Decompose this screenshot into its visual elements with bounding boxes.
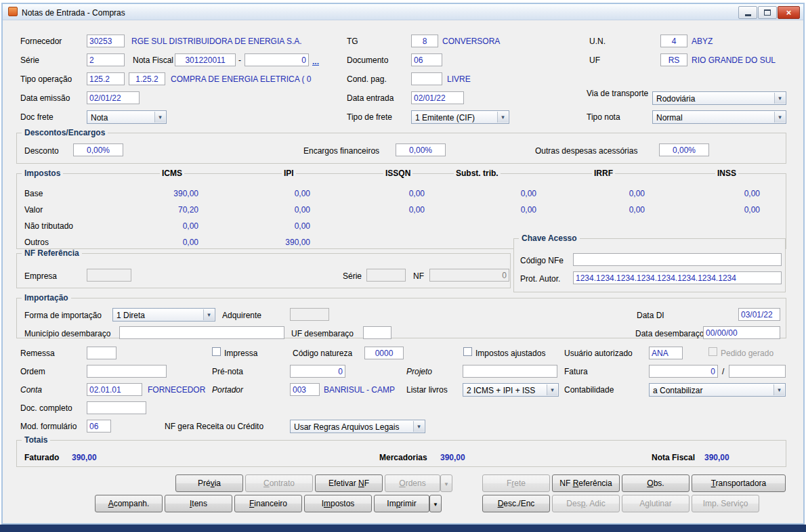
prot-autor-input[interactable] (573, 271, 782, 284)
impostos-col-subst: Subst. trib. (454, 169, 501, 178)
tipo-operacao-input[interactable] (87, 72, 125, 85)
documento-label: Documento (347, 56, 388, 65)
acompanh-button[interactable]: Acompanh. (95, 495, 163, 512)
impressa-checkbox[interactable] (212, 347, 221, 356)
chevron-down-icon: ▾ (774, 93, 785, 104)
maximize-button[interactable] (758, 6, 777, 19)
imprimir-dropdown-button[interactable]: ▼ (429, 495, 442, 512)
importacao-title: Importação (22, 294, 71, 303)
tg-input[interactable] (411, 35, 438, 47)
tipo-frete-select[interactable]: 1 Emitente (CIF)▾ (411, 110, 509, 124)
impostos-outros-ipi: 390,00 (242, 238, 310, 247)
uf-input[interactable] (660, 53, 687, 66)
codigo-natureza-label: Código natureza (293, 349, 352, 358)
impostos-ajustados-checkbox[interactable] (463, 347, 472, 356)
fornecedor-input[interactable] (87, 35, 125, 47)
totais-title: Totais (22, 436, 50, 445)
via-transporte-select[interactable]: Rodoviária▾ (652, 91, 786, 105)
data-desembaraco-input[interactable] (703, 326, 780, 339)
nf-gera-select[interactable]: Usar Regras Arquivos Legais▾ (290, 420, 425, 433)
doc-completo-input[interactable] (87, 401, 146, 414)
previa-button[interactable]: Prévia (175, 474, 243, 492)
frete-button: Frete (482, 474, 550, 492)
pre-nota-input[interactable] (290, 365, 345, 378)
municipio-desembaraco-input[interactable] (119, 326, 284, 339)
window-title: Notas de Entrada - Compras (22, 8, 125, 18)
desconto-input[interactable] (73, 143, 123, 156)
outras-despesas-label: Outras despesas acessórias (535, 146, 637, 156)
usuario-autorizado-input[interactable] (649, 347, 683, 359)
chevron-down-icon: ▾ (154, 112, 165, 123)
remessa-input[interactable] (87, 347, 116, 359)
nf-referencia-button[interactable]: NF Referência (552, 474, 620, 492)
conta-input[interactable] (87, 383, 142, 396)
fatura-input[interactable] (649, 365, 718, 378)
forma-importacao-select[interactable]: 1 Direta▾ (112, 308, 215, 322)
doc-frete-select[interactable]: Nota▾ (87, 110, 167, 124)
encargos-financeiros-input[interactable] (396, 143, 446, 156)
documento-input[interactable] (411, 53, 442, 66)
listar-livros-select[interactable]: 2 ICMS + IPI + ISS▾ (463, 383, 559, 397)
data-entrada-label: Data entrada (347, 93, 394, 103)
ordem-label: Ordem (20, 367, 45, 376)
contabilidade-select[interactable]: a Contabilizar▾ (649, 383, 786, 397)
itens-button[interactable]: Itens (165, 495, 232, 512)
tipo-frete-label: Tipo de frete (347, 112, 392, 122)
data-di-input[interactable] (738, 308, 780, 321)
minimize-button[interactable] (738, 6, 757, 19)
obs-button[interactable]: Obs. (622, 474, 690, 492)
impostos-col-issqn: ISSQN (383, 169, 412, 178)
portador-input[interactable] (290, 383, 320, 396)
portador-desc: BANRISUL - CAMP (324, 385, 395, 395)
impostos-row-base-label: Base (24, 189, 43, 198)
imp-servico-button: Imp. Serviço (692, 495, 759, 512)
nota-fiscal-browse-link[interactable]: ... (312, 58, 319, 65)
uf-desembaraco-input[interactable] (363, 326, 391, 339)
impostos-row-valor-label: Valor (24, 205, 43, 215)
nota-fiscal-numero-input[interactable] (175, 53, 236, 66)
adquirente-input (290, 308, 329, 321)
fornecedor-desc: RGE SUL DISTRIBUIDORA DE ENERGIA S.A. (131, 37, 302, 46)
serie-input[interactable] (87, 53, 125, 66)
tipo-operacao-natureza-input[interactable] (129, 72, 165, 85)
un-input[interactable] (660, 35, 687, 47)
ordem-input[interactable] (87, 365, 167, 378)
fatura-separator: / (722, 367, 724, 376)
codigo-nfe-input[interactable] (573, 253, 782, 266)
efetivar-nf-button[interactable]: Efetivar NF (315, 474, 383, 492)
contabilidade-value: a Contabilizar (653, 386, 702, 395)
desp-adic-button: Desp. Adic (552, 495, 620, 512)
impostos-ajustados-label: Impostos ajustados (475, 349, 545, 358)
tipo-nota-value: Normal (656, 113, 683, 123)
nota-fiscal-total-value: 390,00 (704, 453, 729, 462)
tipo-operacao-desc: COMPRA DE ENERGIA ELETRICA ( 0 (171, 74, 311, 84)
transportadora-button[interactable]: Transportadora (692, 474, 786, 492)
desc-enc-button[interactable]: Desc./Enc (482, 495, 550, 512)
tipo-nota-select[interactable]: Normal▾ (652, 110, 786, 124)
close-button[interactable]: × (778, 6, 800, 19)
remessa-label: Remessa (20, 349, 55, 358)
nota-fiscal-sufixo-input[interactable] (245, 53, 309, 66)
mod-formulario-input[interactable] (87, 420, 111, 433)
financeiro-button[interactable]: Financeiro (234, 495, 302, 512)
portador-label: Portador (212, 385, 243, 395)
cond-pag-input[interactable] (411, 72, 442, 85)
ordens-dropdown-button: ▼ (440, 474, 452, 492)
projeto-label: Projeto (406, 367, 432, 376)
nf-gera-value: Usar Regras Arquivos Legais (294, 422, 399, 432)
impostos-button[interactable]: Impostos (304, 495, 372, 512)
cond-pag-desc: LIVRE (447, 74, 471, 84)
impostos-col-inss: INSS (715, 169, 738, 178)
projeto-input[interactable] (463, 365, 557, 378)
uf-label: UF (589, 56, 600, 65)
data-emissao-input[interactable] (87, 91, 140, 104)
nf-gera-label: NF gera Receita ou Crédito (165, 422, 263, 431)
chevron-down-icon: ▼ (433, 502, 438, 508)
data-entrada-input[interactable] (411, 91, 464, 104)
impostos-title: Impostos (22, 169, 63, 178)
fatura-parcela-input[interactable] (729, 365, 786, 378)
conta-desc: FORNECEDOR (148, 385, 205, 395)
outras-despesas-input[interactable] (659, 143, 709, 156)
codigo-natureza-input[interactable] (364, 347, 404, 359)
imprimir-button[interactable]: Imprimir (374, 495, 429, 512)
